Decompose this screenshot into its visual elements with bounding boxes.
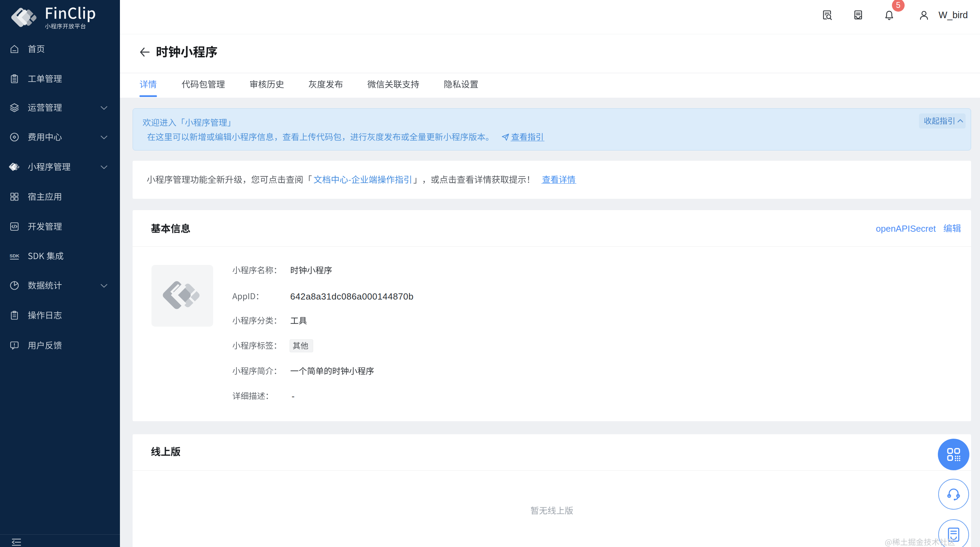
svg-text:SDK: SDK — [10, 253, 19, 258]
